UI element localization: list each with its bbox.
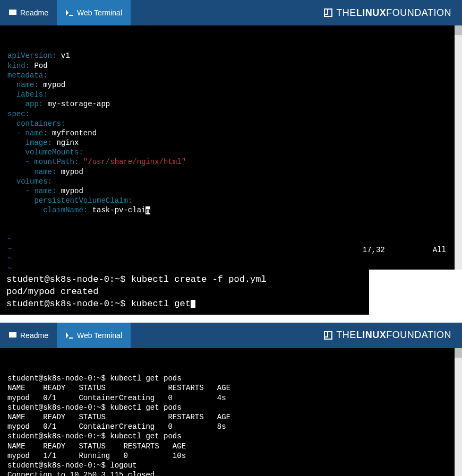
logo-square-icon <box>323 8 333 18</box>
shell-output-block: student@sk8s-node-0:~$ kubectl get podsN… <box>7 374 454 476</box>
tab-web-terminal[interactable]: Web Terminal <box>57 0 131 25</box>
terminal-pane-create[interactable]: student@sk8s-node-0:~$ kubectl create -f… <box>0 270 369 315</box>
shell-output: pod/mypod created <box>6 287 98 297</box>
shell-prompt: student@sk8s-node-0:~$ <box>6 274 131 284</box>
vim-scroll-indicator: All <box>433 246 446 254</box>
vim-status: 17,32All <box>345 235 446 264</box>
scrollbar-track[interactable] <box>455 25 462 270</box>
logo-square-icon <box>323 331 333 340</box>
scrollbar-track[interactable] <box>455 348 462 476</box>
tab-readme-label: Readme <box>20 8 48 17</box>
book-icon <box>8 9 17 16</box>
tab-readme[interactable]: Readme <box>0 323 57 348</box>
terminal-prompt-icon <box>65 9 74 16</box>
tab-web-terminal-label: Web Terminal <box>77 8 122 17</box>
tab-readme-label: Readme <box>20 331 48 340</box>
header-bar-1: Readme Web Terminal THELINUXFOUNDATION <box>0 0 462 25</box>
yaml-content: apiVersion: v1kind: Podmetadata: name: m… <box>7 51 454 215</box>
gap <box>0 315 462 323</box>
logo: THELINUXFOUNDATION <box>323 330 462 341</box>
tab-web-terminal[interactable]: Web Terminal <box>57 323 131 348</box>
terminal-cursor <box>191 300 195 308</box>
shell-command: kubectl get <box>131 299 191 309</box>
tab-readme[interactable]: Readme <box>0 0 57 25</box>
scrollbar-thumb[interactable] <box>455 348 462 358</box>
terminal-pane-yaml[interactable]: apiVersion: v1kind: Podmetadata: name: m… <box>0 25 462 270</box>
vim-cursor-position: 17,32 <box>363 246 385 254</box>
tab-web-terminal-label: Web Terminal <box>77 331 122 340</box>
header-bar-2: Readme Web Terminal THELINUXFOUNDATION <box>0 323 462 348</box>
shell-prompt: student@sk8s-node-0:~$ <box>6 299 131 309</box>
book-icon <box>8 332 17 339</box>
terminal-prompt-icon <box>65 332 74 339</box>
terminal-pane-get-pods[interactable]: student@sk8s-node-0:~$ kubectl get podsN… <box>0 348 462 476</box>
logo: THELINUXFOUNDATION <box>323 7 462 19</box>
shell-command: kubectl create -f pod.yml <box>131 274 267 284</box>
scrollbar-thumb[interactable] <box>455 25 462 35</box>
